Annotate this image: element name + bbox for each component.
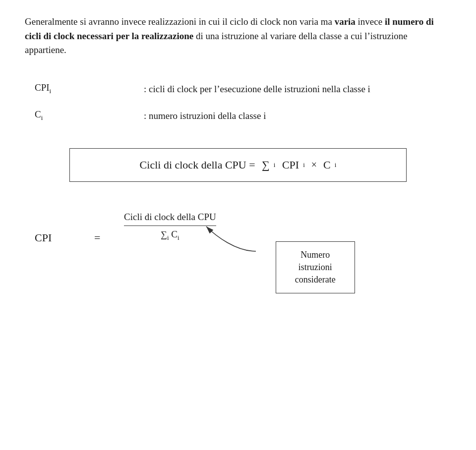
- desc-c-i: : numero istruzioni della classe i: [144, 109, 266, 123]
- page-content: Generalmente si avranno invece realizzaz…: [25, 15, 451, 296]
- sigma-subscript: i: [274, 161, 276, 169]
- sigma-symbol: ∑: [262, 159, 270, 171]
- intro-paragraph: Generalmente si avranno invece realizzaz…: [25, 15, 451, 57]
- cpi-label: CPI: [35, 231, 94, 244]
- denom-c-sub: i: [178, 233, 179, 241]
- note-box: Numero istruzioni considerate: [276, 241, 355, 294]
- intro-text-part1: Generalmente si avranno invece realizzaz…: [25, 16, 335, 27]
- arrow-svg: [196, 222, 266, 271]
- formula-text: Cicli di clock della CPU =: [140, 159, 258, 171]
- cpi-fraction-section: CPI = Cicli di clock della CPU ∑i Ci: [25, 212, 451, 296]
- formula-box-content: Cicli di clock della CPU = ∑ i CPI i × C…: [140, 159, 337, 171]
- denom-c: C: [171, 229, 178, 239]
- definition-cpi-i: CPIi : cicli di clock per l’esecuzione d…: [35, 82, 451, 97]
- term-c-i: Ci: [35, 109, 144, 122]
- definition-c-i: Ci : numero istruzioni della classe i: [35, 109, 451, 123]
- formula-cpi-sub: i: [303, 161, 305, 169]
- formula-c: C: [323, 159, 331, 171]
- times-symbol: ×: [309, 159, 319, 170]
- term-cpi-i: CPIi: [35, 82, 144, 95]
- denom-sub-i: i: [167, 233, 169, 241]
- intro-text-part2: invece: [356, 16, 385, 27]
- formula-cpi: CPI: [279, 159, 299, 171]
- denom-sigma: ∑: [161, 229, 167, 239]
- fraction-denominator: ∑i Ci: [161, 227, 179, 242]
- formula-box: Cicli di clock della CPU = ∑ i CPI i × C…: [69, 148, 407, 182]
- definitions-section: CPIi : cicli di clock per l’esecuzione d…: [25, 82, 451, 123]
- formula-c-sub: i: [335, 161, 337, 169]
- arrow-note-container: Numero istruzioni considerate: [226, 236, 375, 296]
- intro-bold1: varia: [335, 16, 356, 27]
- desc-cpi-i: : cicli di clock per l’esecuzione delle …: [144, 82, 370, 97]
- equals-sign: =: [94, 231, 109, 244]
